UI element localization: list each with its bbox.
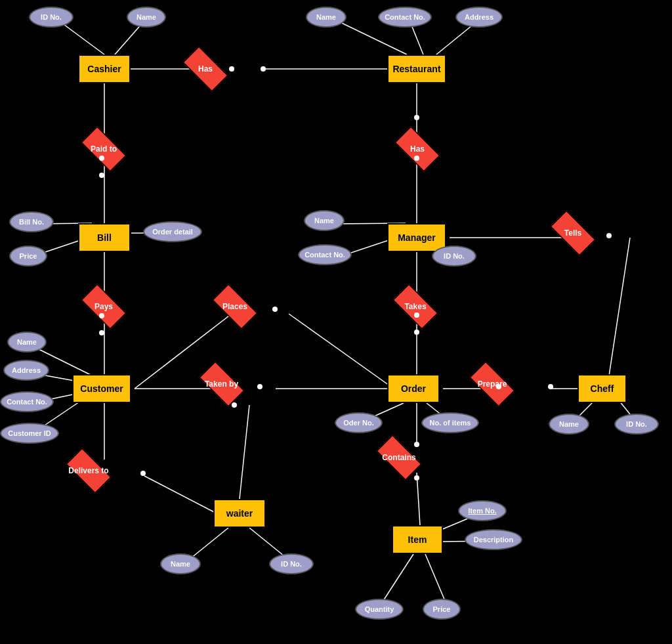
dot-takenby-bottom bbox=[232, 402, 237, 408]
relationship-deliversto: Delivers to bbox=[52, 453, 125, 488]
svg-line-26 bbox=[289, 314, 394, 389]
attribute-bill-price: Price bbox=[9, 246, 47, 267]
dot-prepare-left bbox=[496, 384, 501, 389]
attribute-cheff-id: ID No. bbox=[614, 414, 659, 435]
attribute-cheff-name: Name bbox=[549, 414, 589, 435]
attribute-restaurant-contact: Contact No. bbox=[378, 7, 432, 28]
attribute-customer-contact: Contact No. bbox=[0, 391, 54, 412]
svg-line-44 bbox=[144, 476, 217, 513]
dot-contains-bottom bbox=[414, 475, 419, 481]
svg-line-38 bbox=[417, 473, 420, 525]
entity-customer: Customer bbox=[72, 374, 131, 403]
dot-deliversto-right bbox=[140, 471, 146, 476]
dot-has1-left bbox=[229, 66, 234, 72]
attribute-waiter-name: Name bbox=[160, 553, 201, 574]
entity-cashier: Cashier bbox=[78, 54, 131, 83]
entity-manager: Manager bbox=[387, 223, 446, 252]
attribute-item-qty: Quantity bbox=[355, 599, 404, 620]
dot-has2-top bbox=[414, 115, 419, 120]
dot-takes-top bbox=[414, 312, 419, 318]
relationship-pays: Pays bbox=[71, 289, 136, 324]
entity-order: Order bbox=[387, 374, 440, 403]
dot-places-right bbox=[272, 307, 278, 312]
attribute-order-detail: Order detail bbox=[143, 221, 202, 242]
attribute-bill-no: Bill No. bbox=[9, 211, 54, 232]
relationship-paidto: Paid to bbox=[71, 131, 136, 167]
relationship-has2: Has bbox=[386, 131, 449, 167]
relationship-tells: Tells bbox=[541, 215, 604, 251]
attribute-restaurant-address: Address bbox=[455, 7, 503, 28]
svg-line-18 bbox=[607, 238, 630, 389]
relationship-takenby: Taken by bbox=[187, 366, 256, 402]
attribute-customer-name: Name bbox=[7, 332, 47, 353]
attribute-order-items: No. of items bbox=[421, 412, 479, 433]
relationship-contains: Contains bbox=[366, 440, 432, 475]
entity-item: Item bbox=[392, 525, 443, 554]
dot-has1-right bbox=[261, 66, 266, 72]
attribute-customer-id: Customer ID bbox=[0, 423, 59, 444]
attribute-cashier-id: ID No. bbox=[29, 7, 74, 28]
attribute-customer-address: Address bbox=[3, 360, 49, 381]
relationship-has1: Has bbox=[174, 51, 237, 87]
dot-pays-top bbox=[99, 313, 104, 318]
dot-has2-bottom bbox=[414, 156, 419, 161]
dot-pays-bottom bbox=[99, 330, 104, 335]
entity-cheff: Cheff bbox=[578, 374, 627, 403]
attribute-item-no: Item No. bbox=[458, 500, 507, 521]
attribute-manager-name: Name bbox=[304, 210, 345, 231]
dot-prepare-right bbox=[548, 384, 553, 389]
entity-restaurant: Restaurant bbox=[387, 54, 446, 83]
erd-diagram: Cashier Restaurant Bill Manager Customer… bbox=[0, 0, 672, 644]
attribute-waiter-id: ID No. bbox=[269, 553, 314, 574]
svg-line-30 bbox=[240, 405, 249, 499]
entity-waiter: waiter bbox=[213, 499, 266, 528]
dot-paidto-bottom bbox=[99, 173, 104, 178]
attribute-order-no: Oder No. bbox=[335, 412, 383, 433]
entity-bill: Bill bbox=[78, 223, 131, 252]
svg-line-41 bbox=[383, 554, 413, 601]
svg-line-42 bbox=[425, 554, 445, 601]
attribute-item-price: Price bbox=[423, 599, 461, 620]
attribute-manager-id: ID No. bbox=[432, 246, 476, 267]
attribute-item-desc: Description bbox=[465, 529, 522, 550]
relationship-prepare: Prepare bbox=[459, 366, 525, 402]
attribute-manager-contact: Contact No. bbox=[298, 244, 352, 265]
relationship-takes: Takes bbox=[383, 289, 448, 324]
dot-takes-bottom bbox=[414, 330, 419, 335]
attribute-restaurant-name: Name bbox=[306, 7, 346, 28]
attribute-cashier-name: Name bbox=[127, 7, 166, 28]
dot-tells-right bbox=[606, 233, 612, 238]
dot-paidto-top bbox=[99, 156, 104, 161]
dot-takenby-right bbox=[257, 384, 262, 389]
relationship-places: Places bbox=[202, 289, 268, 324]
dot-contains-top bbox=[414, 442, 419, 447]
